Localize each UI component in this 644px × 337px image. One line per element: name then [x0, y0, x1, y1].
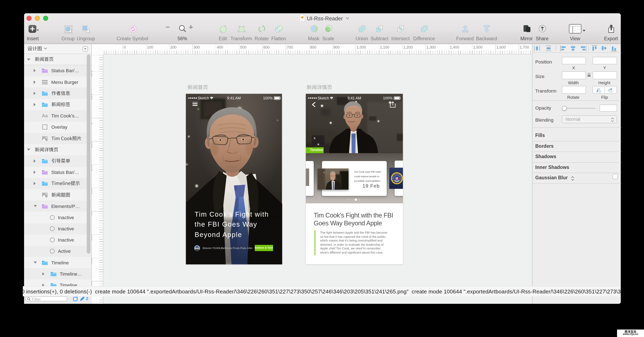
- svg-text:9:41 AM: 9:41 AM: [227, 96, 241, 100]
- svg-text:100%: 100%: [263, 96, 272, 100]
- svg-text:Sketch: Sketch: [198, 96, 209, 100]
- svg-text:Sketch: Sketch: [318, 96, 329, 100]
- svg-text:100%: 100%: [383, 96, 392, 100]
- svg-text:9:41 AM: 9:41 AM: [347, 96, 361, 100]
